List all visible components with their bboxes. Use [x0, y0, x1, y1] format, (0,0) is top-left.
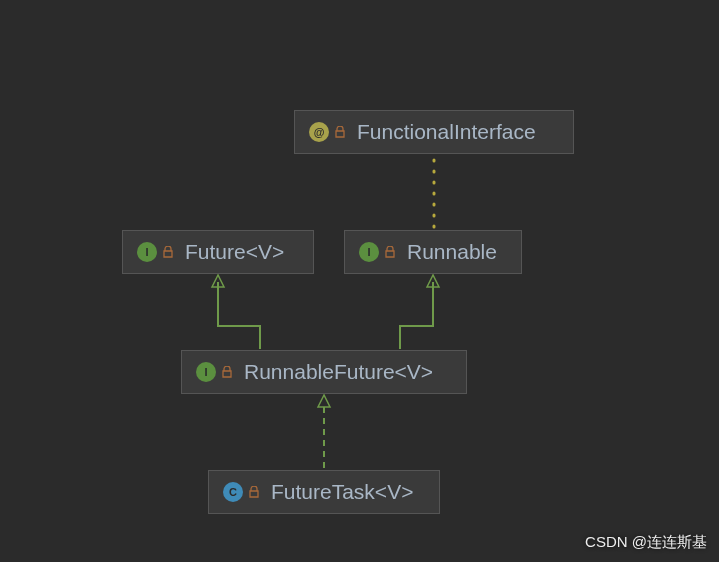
- node-runnable-future: I RunnableFuture<V>: [181, 350, 467, 394]
- class-icon: C: [223, 482, 243, 502]
- node-future: I Future<V>: [122, 230, 314, 274]
- node-functional-interface: @ FunctionalInterface: [294, 110, 574, 154]
- lock-icon: [249, 486, 259, 498]
- node-label: FunctionalInterface: [357, 120, 536, 144]
- node-runnable: I Runnable: [344, 230, 522, 274]
- lock-icon: [222, 366, 232, 378]
- interface-icon: I: [137, 242, 157, 262]
- node-label: RunnableFuture<V>: [244, 360, 433, 384]
- lock-icon: [163, 246, 173, 258]
- annotation-icon: @: [309, 122, 329, 142]
- node-label: Future<V>: [185, 240, 284, 264]
- interface-icon: I: [196, 362, 216, 382]
- node-future-task: C FutureTask<V>: [208, 470, 440, 514]
- svg-marker-4: [318, 395, 330, 407]
- svg-marker-1: [212, 275, 224, 287]
- lock-icon: [335, 126, 345, 138]
- watermark: CSDN @连连斯基: [585, 533, 707, 552]
- node-label: FutureTask<V>: [271, 480, 413, 504]
- node-label: Runnable: [407, 240, 497, 264]
- svg-marker-2: [427, 275, 439, 287]
- interface-icon: I: [359, 242, 379, 262]
- lock-icon: [385, 246, 395, 258]
